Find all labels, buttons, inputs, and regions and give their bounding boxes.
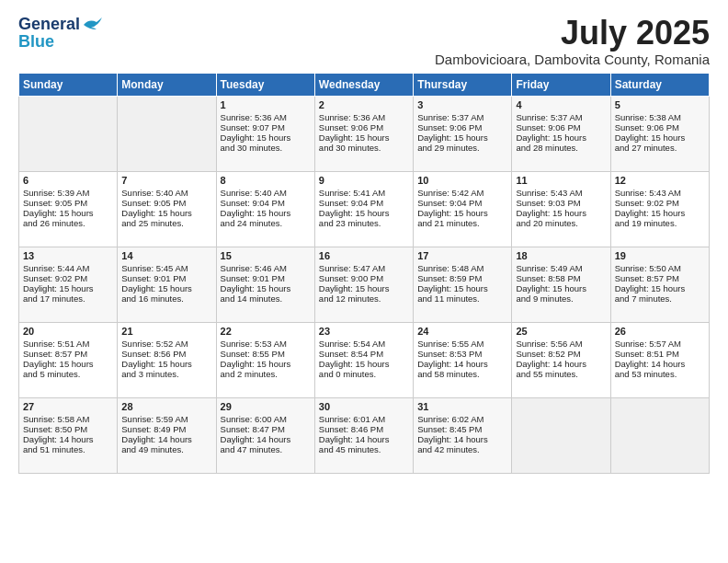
day-number: 18 [516, 250, 606, 261]
day-number: 13 [23, 250, 113, 261]
day-info-line: Sunrise: 5:40 AM [121, 188, 211, 198]
day-number: 22 [221, 326, 311, 337]
day-info-line: and 19 minutes. [615, 218, 705, 228]
day-info-line: Sunrise: 5:40 AM [221, 188, 311, 198]
day-number: 4 [516, 99, 606, 110]
day-number: 26 [615, 326, 705, 337]
day-info-line: and 23 minutes. [319, 218, 409, 228]
day-number: 27 [23, 401, 113, 412]
day-info-line: Sunrise: 5:59 AM [121, 414, 211, 424]
day-info-line: Sunrise: 6:01 AM [319, 414, 409, 424]
day-cell: 12Sunrise: 5:43 AMSunset: 9:02 PMDayligh… [610, 171, 709, 247]
day-info-line: Sunset: 9:07 PM [221, 122, 311, 132]
day-cell: 27Sunrise: 5:58 AMSunset: 8:50 PMDayligh… [19, 397, 118, 473]
day-cell: 20Sunrise: 5:51 AMSunset: 8:57 PMDayligh… [19, 322, 118, 397]
day-cell: 29Sunrise: 6:00 AMSunset: 8:47 PMDayligh… [216, 397, 314, 473]
day-info-line: Daylight: 15 hours [417, 208, 507, 218]
day-info-line: and 0 minutes. [319, 369, 409, 379]
day-info-line: and 53 minutes. [615, 369, 705, 379]
day-info-line: Daylight: 15 hours [121, 283, 211, 293]
day-number: 15 [221, 250, 311, 261]
week-row-5: 27Sunrise: 5:58 AMSunset: 8:50 PMDayligh… [19, 397, 710, 473]
day-info-line: and 7 minutes. [615, 293, 705, 304]
day-cell: 8Sunrise: 5:40 AMSunset: 9:04 PMDaylight… [216, 171, 314, 247]
day-info-line: and 26 minutes. [23, 218, 113, 228]
day-info-line: and 55 minutes. [516, 369, 606, 379]
day-info-line: Daylight: 15 hours [221, 208, 311, 218]
col-tuesday: Tuesday [216, 73, 314, 96]
day-info-line: Sunrise: 5:44 AM [23, 263, 113, 273]
day-number: 30 [319, 401, 409, 412]
day-number: 3 [417, 99, 507, 110]
day-info-line: Sunrise: 5:41 AM [319, 188, 409, 198]
day-info-line: Sunrise: 5:38 AM [615, 112, 705, 122]
day-info-line: Sunset: 8:57 PM [615, 273, 705, 283]
col-thursday: Thursday [414, 73, 512, 96]
day-cell: 11Sunrise: 5:43 AMSunset: 9:03 PMDayligh… [512, 171, 610, 247]
day-info-line: Sunset: 9:06 PM [319, 122, 409, 132]
location: Dambovicioara, Dambovita County, Romania [435, 52, 710, 67]
day-info-line: Sunset: 8:50 PM [23, 424, 113, 434]
day-number: 25 [516, 326, 606, 337]
day-number: 23 [319, 326, 409, 337]
day-number: 2 [319, 99, 409, 110]
day-info-line: Sunset: 8:57 PM [23, 349, 113, 359]
day-info-line: and 47 minutes. [221, 444, 311, 454]
day-number: 24 [417, 326, 507, 337]
day-info-line: Sunrise: 5:37 AM [516, 112, 606, 122]
day-info-line: Sunset: 9:04 PM [417, 198, 507, 208]
day-info-line: and 28 minutes. [516, 143, 606, 153]
day-info-line: Daylight: 15 hours [319, 359, 409, 369]
day-info-line: Sunset: 9:06 PM [417, 122, 507, 132]
day-info-line: Daylight: 15 hours [221, 132, 311, 143]
day-cell: 18Sunrise: 5:49 AMSunset: 8:58 PMDayligh… [512, 247, 610, 322]
day-cell [610, 397, 709, 473]
day-info-line: and 49 minutes. [121, 444, 211, 454]
day-number: 14 [121, 250, 211, 261]
day-info-line: Daylight: 15 hours [319, 132, 409, 143]
day-info-line: Daylight: 14 hours [23, 434, 113, 444]
day-info-line: Sunrise: 5:42 AM [417, 188, 507, 198]
day-info-line: Daylight: 15 hours [417, 283, 507, 293]
day-info-line: Daylight: 15 hours [221, 359, 311, 369]
day-number: 21 [121, 326, 211, 337]
day-info-line: Sunrise: 5:36 AM [221, 112, 311, 122]
day-info-line: Sunset: 9:01 PM [121, 273, 211, 283]
logo-bird-icon [82, 17, 102, 33]
day-info-line: Sunset: 8:47 PM [221, 424, 311, 434]
col-friday: Friday [512, 73, 610, 96]
day-number: 28 [121, 401, 211, 412]
day-cell: 13Sunrise: 5:44 AMSunset: 9:02 PMDayligh… [19, 247, 118, 322]
day-info-line: Sunset: 9:05 PM [121, 198, 211, 208]
day-cell: 14Sunrise: 5:45 AMSunset: 9:01 PMDayligh… [118, 247, 216, 322]
day-cell: 30Sunrise: 6:01 AMSunset: 8:46 PMDayligh… [314, 397, 413, 473]
day-info-line: Sunset: 9:04 PM [319, 198, 409, 208]
day-number: 5 [615, 99, 705, 110]
day-cell: 5Sunrise: 5:38 AMSunset: 9:06 PMDaylight… [610, 96, 709, 171]
day-info-line: and 5 minutes. [23, 369, 113, 379]
day-info-line: and 30 minutes. [319, 143, 409, 153]
day-cell: 6Sunrise: 5:39 AMSunset: 9:05 PMDaylight… [19, 171, 118, 247]
day-info-line: Sunset: 9:06 PM [615, 122, 705, 132]
day-cell: 26Sunrise: 5:57 AMSunset: 8:51 PMDayligh… [610, 322, 709, 397]
day-info-line: Daylight: 14 hours [516, 359, 606, 369]
day-number: 10 [417, 175, 507, 186]
week-row-2: 6Sunrise: 5:39 AMSunset: 9:05 PMDaylight… [19, 171, 710, 247]
day-info-line: and 27 minutes. [615, 143, 705, 153]
day-cell: 25Sunrise: 5:56 AMSunset: 8:52 PMDayligh… [512, 322, 610, 397]
day-info-line: Sunset: 8:55 PM [221, 349, 311, 359]
day-info-line: Daylight: 15 hours [516, 132, 606, 143]
day-number: 20 [23, 326, 113, 337]
day-info-line: and 30 minutes. [221, 143, 311, 153]
day-cell: 9Sunrise: 5:41 AMSunset: 9:04 PMDaylight… [314, 171, 413, 247]
day-number: 8 [221, 175, 311, 186]
day-cell [512, 397, 610, 473]
logo-general-text: General [18, 15, 80, 34]
day-info-line: Daylight: 14 hours [121, 434, 211, 444]
day-number: 7 [121, 175, 211, 186]
day-info-line: and 16 minutes. [121, 293, 211, 304]
day-info-line: and 51 minutes. [23, 444, 113, 454]
day-cell [19, 96, 118, 171]
day-info-line: Daylight: 15 hours [121, 208, 211, 218]
day-number: 19 [615, 250, 705, 261]
